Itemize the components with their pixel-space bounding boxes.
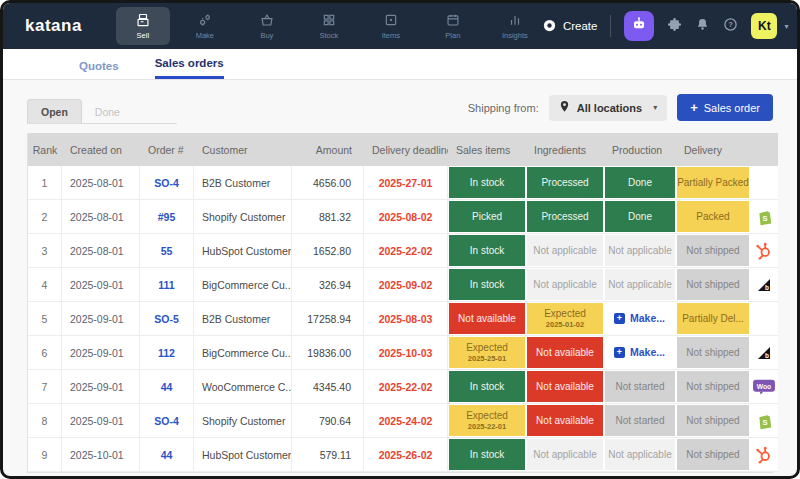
nav-item-items[interactable]: Items [364,7,418,45]
status-label: Not shipped [686,245,739,257]
platform-cell [750,302,778,336]
subtab-open[interactable]: Open [27,99,82,123]
column-header-rank[interactable]: Rank [28,133,62,166]
integrations-button[interactable] [667,17,682,36]
status-label: Expected [544,308,586,320]
create-button[interactable]: Create [542,18,598,35]
created-on-cell: 2025-09-01 [62,404,140,438]
chevron-down-icon: ▾ [653,103,657,112]
status-label: Picked [472,211,502,223]
customer-cell: B2B Customer [194,302,292,336]
status-label: Not available [536,415,594,427]
amount-cell: 579.11 [292,438,364,472]
sales-items-cell: Expected2025-22-01 [448,404,526,438]
nav-item-insights[interactable]: Insights [488,7,542,45]
column-header-delivery[interactable]: Delivery [676,133,750,166]
location-selector[interactable]: All locations ▾ [549,95,667,121]
table-row[interactable]: 62025-09-01112BigCommerce Cu...19836.002… [28,336,778,370]
sales-items-cell: In stock [448,370,526,404]
tab-quotes[interactable]: Quotes [79,60,119,79]
column-header-delivery-deadline[interactable]: Delivery deadline [364,133,448,166]
table-row[interactable]: 82025-09-01SO-4Shopify Customer790.64202… [28,404,778,438]
user-avatar[interactable]: Kt [751,13,777,39]
production-status: Not applicable [605,269,675,300]
table-row[interactable]: 42025-09-01111BigCommerce Cu...326.94202… [28,268,778,302]
expected-date: 2025-01-02 [546,320,584,329]
avatar-caret-icon[interactable]: ▾ [784,22,788,31]
order-number-cell: 55 [140,234,194,268]
sales-items-status: Not available [449,303,525,334]
rank-cell: 7 [28,370,62,404]
amount-cell: 790.64 [292,404,364,438]
order-link[interactable]: 112 [158,347,175,359]
column-header-production[interactable]: Production [604,133,676,166]
column-header-created-on[interactable]: Created on [62,133,140,166]
column-header-customer[interactable]: Customer [194,133,292,166]
customer-cell: WooCommerce C... [194,370,292,404]
nav-item-stock[interactable]: Stock [302,7,356,45]
tab-sales-orders[interactable]: Sales orders [155,57,224,79]
ingredients-cell: Not available [526,404,604,438]
bigcommerce-icon: b [756,345,772,361]
hubspot-icon [755,242,773,260]
nav-item-sell[interactable]: Sell [116,7,170,45]
sales-items-status: In stock [449,167,525,198]
nav-item-buy[interactable]: Buy [240,7,294,45]
ai-assistant-button[interactable] [624,11,654,41]
column-header-order-[interactable]: Order # [140,133,194,166]
basket-icon [260,13,274,29]
subtab-done[interactable]: Done [82,100,133,123]
topnav-actions: Create ? Kt ▾ [542,11,789,41]
status-label: Not applicable [533,449,596,461]
delivery-deadline-cell: 2025-27-01 [364,166,448,200]
make-button[interactable]: +Make... [605,303,675,334]
sales-items-cell: Expected2025-25-01 [448,336,526,370]
table-row[interactable]: 72025-09-0144WooCommerce C...4345.402025… [28,370,778,404]
table-row[interactable]: 52025-09-01SO-5B2B Customer17258.942025-… [28,302,778,336]
order-link[interactable]: 55 [161,245,173,257]
column-header-sales-items[interactable]: Sales items [448,133,526,166]
nav-item-make[interactable]: Make [178,7,232,45]
expected-date: 2025-25-01 [468,354,506,363]
make-button[interactable]: +Make... [605,337,675,368]
ingredients-status: Processed [527,201,603,232]
ingredients-status: Not applicable [527,439,603,470]
delivery-deadline-cell: 2025-08-03 [364,302,448,336]
help-button[interactable]: ? [723,17,738,36]
create-label: Create [563,20,598,32]
order-link[interactable]: 44 [161,449,173,461]
table-row[interactable]: 12025-08-01SO-4B2B Customer4656.002025-2… [28,166,778,200]
order-link[interactable]: SO-4 [154,177,179,189]
order-link[interactable]: #95 [158,211,176,223]
column-header-amount[interactable]: Amount [292,133,364,166]
sales-items-status: Expected2025-25-01 [449,337,525,368]
order-link[interactable]: 44 [161,381,173,393]
order-link[interactable]: SO-5 [154,313,179,325]
delivery-status: Not shipped [677,439,749,470]
order-link[interactable]: 111 [158,279,174,291]
ingredients-cell: Processed [526,166,604,200]
table-row[interactable]: 32025-08-0155HubSpot Customer1652.802025… [28,234,778,268]
notifications-button[interactable] [695,17,710,36]
table-row[interactable]: 92025-10-0144HubSpot Customer579.112025-… [28,438,778,472]
delivery-status: Not shipped [677,269,749,300]
amount-cell: 1652.80 [292,234,364,268]
ingredients-status: Processed [527,167,603,198]
ingredients-status: Not available [527,371,603,402]
ingredients-cell: Expected2025-01-02 [526,302,604,336]
order-link[interactable]: SO-4 [154,415,179,427]
production-cell: +Make... [604,336,676,370]
delivery-cell: Not shipped [676,234,750,268]
puzzle-icon [667,17,682,36]
expected-date: 2025-22-01 [468,422,506,431]
delivery-deadline-cell: 2025-09-02 [364,268,448,302]
platform-cell: b [750,268,778,302]
table-row[interactable]: 22025-08-01#95Shopify Customer881.322025… [28,200,778,234]
main-nav: Sell Make Buy Stock Items Plan [116,7,542,45]
column-header-ingredients[interactable]: Ingredients [526,133,604,166]
content-area: Open Done Shipping from: All locations ▾… [3,80,797,473]
nav-item-plan[interactable]: Plan [426,7,480,45]
new-sales-order-button[interactable]: + Sales order [677,94,773,121]
sales-items-cell: In stock [448,268,526,302]
production-status: Not applicable [605,439,675,470]
